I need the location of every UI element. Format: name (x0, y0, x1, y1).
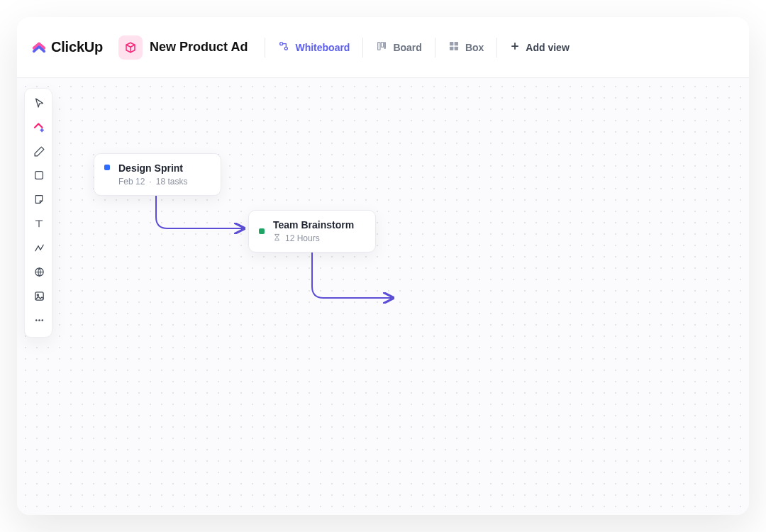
ai-tool[interactable] (25, 117, 53, 140)
divider (435, 38, 435, 57)
svg-point-13 (35, 319, 37, 321)
clickup-ai-icon (33, 121, 45, 136)
status-marker (259, 228, 265, 234)
svg-rect-2 (378, 43, 380, 50)
whiteboard-icon (278, 40, 289, 54)
card-date: Feb 12 (118, 177, 145, 187)
card-team-brainstorm[interactable]: Team Brainstorm 12 Hours (248, 210, 376, 253)
web-tool[interactable] (25, 262, 53, 284)
add-view-button[interactable]: Add view (503, 35, 576, 59)
status-marker (104, 165, 110, 170)
tab-whiteboard[interactable]: Whiteboard (271, 35, 357, 60)
connector-icon (33, 242, 45, 257)
text-tool[interactable] (25, 214, 53, 236)
app-window: ClickUp New Product Ad (17, 17, 749, 515)
svg-rect-8 (455, 47, 458, 50)
doc-cube-icon (118, 35, 143, 60)
cursor-icon (33, 97, 45, 112)
tab-label: Box (465, 42, 484, 53)
dot-separator: · (149, 177, 151, 187)
svg-rect-7 (450, 47, 453, 50)
card-meta: 12 Hours (273, 233, 354, 243)
box-grid-icon (448, 40, 460, 54)
app-name: ClickUp (51, 39, 103, 55)
plus-icon (510, 41, 520, 53)
shape-tool[interactable] (25, 165, 53, 188)
view-tabs: Whiteboard Board (271, 35, 576, 60)
svg-point-12 (37, 294, 38, 295)
hourglass-icon (273, 233, 281, 243)
card-task-count: 18 tasks (156, 177, 188, 187)
svg-rect-9 (35, 172, 43, 179)
svg-rect-4 (384, 43, 385, 49)
svg-point-14 (38, 319, 40, 321)
divider (265, 38, 265, 57)
card-title: Design Sprint (118, 162, 187, 174)
breadcrumb[interactable]: New Product Ad (118, 35, 256, 60)
more-tool[interactable] (25, 310, 53, 333)
image-icon (33, 290, 45, 305)
svg-point-15 (41, 319, 43, 321)
more-horizontal-icon (33, 314, 45, 329)
pen-tool[interactable] (25, 141, 53, 164)
tab-board[interactable]: Board (369, 35, 428, 60)
text-icon (33, 218, 45, 232)
whiteboard-toolbox (24, 88, 52, 338)
cursor-tool[interactable] (25, 93, 53, 116)
sticky-note-icon (33, 194, 45, 208)
svg-rect-5 (450, 42, 453, 45)
card-meta: Feb 12 · 18 tasks (118, 177, 187, 187)
connector-tool[interactable] (25, 238, 53, 260)
divider (496, 38, 497, 57)
card-design-sprint[interactable]: Design Sprint Feb 12 · 18 tasks (94, 153, 221, 196)
board-icon (376, 40, 387, 54)
image-tool[interactable] (25, 286, 53, 309)
square-icon (33, 170, 45, 184)
pen-icon (33, 145, 45, 160)
svg-rect-6 (455, 42, 458, 45)
topbar: ClickUp New Product Ad (17, 17, 749, 78)
globe-icon (33, 266, 45, 281)
sticky-note-tool[interactable] (25, 189, 53, 212)
card-duration: 12 Hours (285, 233, 320, 243)
breadcrumb-title: New Product Ad (150, 40, 248, 55)
whiteboard-canvas[interactable]: Design Sprint Feb 12 · 18 tasks Team Bra… (17, 78, 749, 515)
tab-label: Whiteboard (295, 42, 350, 53)
svg-rect-3 (382, 43, 384, 48)
card-title: Team Brainstorm (273, 219, 354, 231)
app-logo[interactable]: ClickUp (31, 38, 103, 57)
add-view-label: Add view (526, 42, 569, 53)
tab-label: Board (393, 42, 421, 53)
connection-arrows (17, 78, 749, 515)
tab-box[interactable]: Box (441, 35, 491, 60)
divider (362, 38, 363, 57)
clickup-logo-icon (31, 38, 47, 57)
